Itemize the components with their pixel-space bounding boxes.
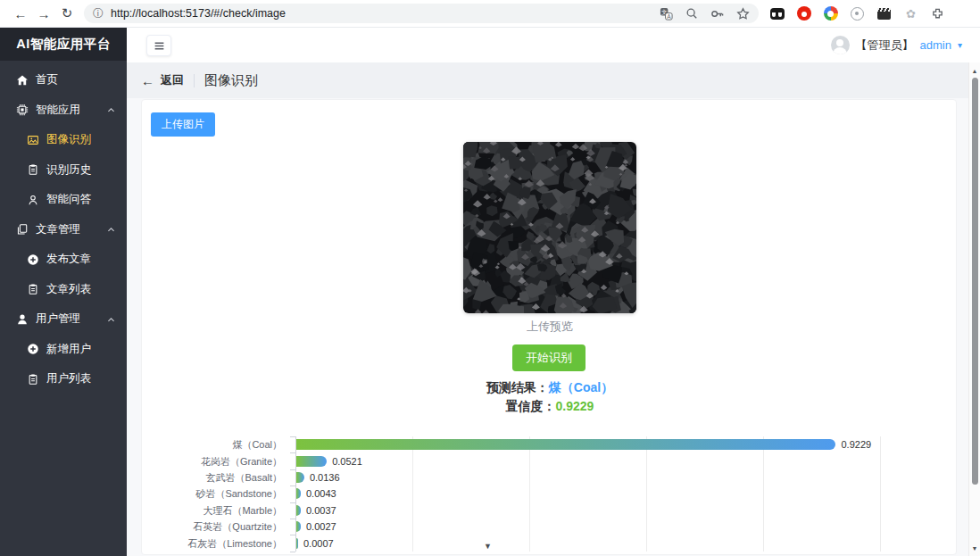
chart-value-label: 0.0007 <box>303 538 334 549</box>
scrollbar-up-arrow[interactable]: ▲ <box>969 64 980 77</box>
home-icon <box>15 73 29 87</box>
passwords-key-icon[interactable] <box>710 7 724 21</box>
chart-bar <box>296 538 298 549</box>
sidebar-item-add-user[interactable]: 新增用户 <box>0 335 127 365</box>
extension-clapperboard-icon[interactable] <box>876 6 892 21</box>
axis-tick <box>290 436 295 437</box>
chart-category-label: 石英岩（Quartzite） <box>142 520 290 534</box>
plus-circle-icon <box>26 343 39 356</box>
confidence-result: 置信度：0.9229 <box>142 399 958 415</box>
scroll-down-indicator[interactable]: ▼ <box>484 542 492 551</box>
chart-category-label: 砂岩（Sandstone） <box>142 487 290 501</box>
scrollbar-thumb[interactable] <box>972 78 978 485</box>
confidence-bar-chart: 煤（Coal）0.9229花岗岩（Granite）0.0521玄武岩（Basal… <box>142 426 958 556</box>
sidebar-menu: 首页智能应用图像识别识别历史智能问答文章管理发布文章文章列表用户管理新增用户用户… <box>0 61 127 394</box>
username-link[interactable]: admin <box>920 38 951 52</box>
chevron-down-icon[interactable]: ▾ <box>958 40 962 50</box>
user-solid-icon <box>15 312 29 326</box>
sidebar-item-user-list[interactable]: 用户列表 <box>0 364 127 394</box>
axis-tick <box>290 552 295 552</box>
result-label: 预测结果： <box>486 380 549 394</box>
chart-gridline <box>412 436 413 552</box>
chart-gridline <box>880 436 881 552</box>
user-box[interactable]: 【管理员】 admin ▾ <box>831 28 962 62</box>
back-arrow-icon[interactable]: ← <box>9 6 32 21</box>
app-title: AI智能应用平台 <box>0 28 127 61</box>
back-icon[interactable]: ← <box>141 73 154 88</box>
extension-gray-circle-icon[interactable] <box>850 6 865 21</box>
extension-red-circle-icon[interactable] <box>796 6 811 21</box>
app-window: AI智能应用平台 首页智能应用图像识别识别历史智能问答文章管理发布文章文章列表用… <box>0 28 980 556</box>
axis-tick <box>290 519 295 519</box>
sidebar-item-article-management[interactable]: 文章管理 <box>0 215 127 245</box>
sidebar-item-label: 发布文章 <box>46 252 91 267</box>
zoom-search-icon[interactable] <box>685 7 698 20</box>
picture-icon <box>26 133 39 146</box>
sidebar-toggle-button[interactable] <box>146 35 171 56</box>
chart-bar <box>296 505 301 516</box>
sidebar-item-label: 首页 <box>36 72 58 87</box>
confidence-label: 置信度： <box>506 399 556 413</box>
sidebar-item-label: 图像识别 <box>46 132 91 147</box>
extension-glasses-icon[interactable] <box>769 6 785 21</box>
sidebar-item-image-recognition[interactable]: 图像识别 <box>0 125 127 155</box>
start-recognition-button[interactable]: 开始识别 <box>512 344 586 371</box>
sidebar-item-label: 智能应用 <box>36 103 80 118</box>
back-button[interactable]: 返回 <box>161 72 184 88</box>
sidebar-item-label: 识别历史 <box>46 162 91 178</box>
chart-bar <box>296 472 304 483</box>
sidebar-item-label: 新增用户 <box>46 342 91 357</box>
sidebar-item-publish-article[interactable]: 发布文章 <box>0 245 127 275</box>
translate-icon[interactable]: 文A <box>660 7 673 21</box>
scrollbar-down-arrow[interactable]: ▼ <box>969 542 980 554</box>
chip-icon <box>15 104 29 117</box>
axis-tick <box>290 485 295 486</box>
sidebar-item-label: 用户列表 <box>46 371 91 386</box>
sidebar-item-label: 文章列表 <box>46 282 91 297</box>
main-area: 【管理员】 admin ▾ ← 返回 图像识别 上传图片 上传预览 开始识别 预… <box>127 28 980 556</box>
content-area: 上传图片 上传预览 开始识别 预测结果：煤（Coal） 置信度：0.9229 煤… <box>127 98 968 556</box>
sidebar-item-home[interactable]: 首页 <box>0 65 127 95</box>
menu-dots-icon[interactable]: ⋮ <box>976 7 980 21</box>
chevron-up-icon <box>106 104 116 116</box>
confidence-value: 0.9229 <box>556 399 594 413</box>
recognition-card: 上传图片 上传预览 开始识别 预测结果：煤（Coal） 置信度：0.9229 煤… <box>141 99 957 555</box>
chart-category-label: 玄武岩（Basalt） <box>142 471 290 485</box>
svg-text:A: A <box>667 12 671 19</box>
address-bar[interactable]: ⓘ http://localhost:5173/#/check/image 文A <box>84 4 759 23</box>
bookmark-star-icon[interactable] <box>736 7 750 21</box>
extension-flower-icon[interactable]: ✿ <box>903 6 918 21</box>
page-header: ← 返回 图像识别 <box>127 62 980 98</box>
url-text[interactable]: http://localhost:5173/#/check/image <box>111 7 647 20</box>
chart-bar <box>296 521 301 532</box>
page-title: 图像识别 <box>204 72 258 89</box>
clipboard-icon <box>26 372 39 386</box>
person-icon <box>26 193 39 206</box>
chart-gridline <box>529 436 530 552</box>
sidebar-item-user-management[interactable]: 用户管理 <box>0 304 127 335</box>
chart-category-label: 煤（Coal） <box>142 438 290 452</box>
upload-image-button[interactable]: 上传图片 <box>151 112 215 137</box>
forward-arrow-icon[interactable]: → <box>32 6 55 21</box>
chart-bar <box>296 439 835 450</box>
axis-tick <box>290 502 295 503</box>
chart-category-label: 石灰岩（Limestone） <box>142 536 290 550</box>
refresh-icon[interactable]: ↻ <box>55 5 79 21</box>
result-value: 煤（Coal） <box>549 380 613 394</box>
prediction-result: 预测结果：煤（Coal） <box>142 380 958 396</box>
chart-value-label: 0.0037 <box>306 505 336 516</box>
sidebar-item-recognition-history[interactable]: 识别历史 <box>0 155 127 186</box>
extensions-puzzle-icon[interactable] <box>930 6 945 21</box>
chevron-up-icon <box>106 223 116 236</box>
chart-category-label: 大理石（Marble） <box>142 503 290 517</box>
user-role-label: 【管理员】 <box>856 37 914 54</box>
preview-caption: 上传预览 <box>142 319 958 335</box>
extensions-row: ✿ <box>769 6 945 21</box>
page-scrollbar[interactable]: ▲ ▼ <box>968 62 980 556</box>
sidebar-item-smart-apps[interactable]: 智能应用 <box>0 95 127 126</box>
chart-value-label: 0.9229 <box>841 439 871 450</box>
site-info-icon[interactable]: ⓘ <box>93 6 104 21</box>
extension-color-wheel-icon[interactable] <box>823 6 838 21</box>
sidebar-item-article-list[interactable]: 文章列表 <box>0 275 127 305</box>
sidebar-item-smart-qa[interactable]: 智能问答 <box>0 185 127 215</box>
